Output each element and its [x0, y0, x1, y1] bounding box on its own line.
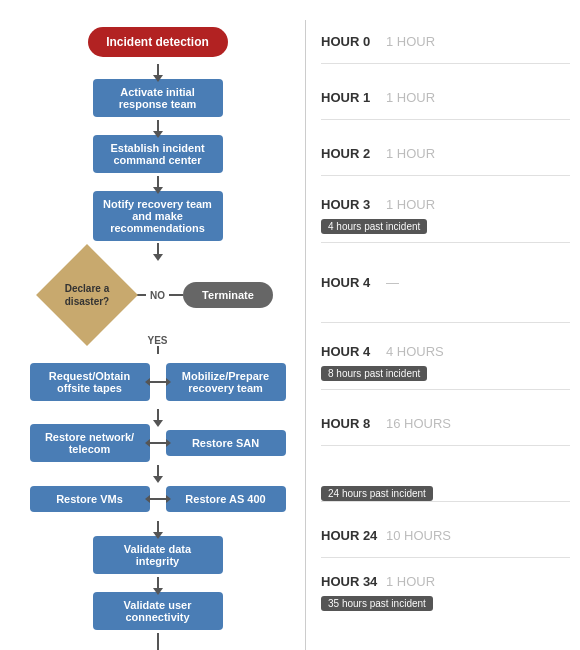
arrowhead-left-3 [145, 495, 150, 503]
step-parallel-2: Restore network/ telecom Restore SAN [10, 421, 305, 465]
tl-dur-6: 16 HOURS [386, 416, 451, 431]
arrowhead-right-3 [166, 495, 171, 503]
arrow-down-7 [157, 465, 159, 477]
tl-dur-2: 1 HOUR [386, 146, 435, 161]
badge-9-text: 35 hours past incident [321, 596, 433, 611]
step-declare-disaster: Declare a disaster? NO Terminate [10, 255, 305, 335]
arrow-down-2 [157, 120, 159, 132]
tl-badge-3: 4 hours past incident [321, 216, 570, 234]
tl-space-yes [321, 323, 570, 335]
badge-5-text: 8 hours past incident [321, 366, 427, 381]
arrow-down-3 [157, 176, 159, 188]
notify-recovery-node: Notify recovery team and make recommenda… [93, 191, 223, 241]
arrow-down-9 [157, 577, 159, 589]
connector-arrows-3 [150, 498, 166, 500]
tl-space-6 [321, 390, 570, 402]
arrow-8 [10, 521, 305, 533]
tl-main-5: HOUR 4 4 HOURS [321, 344, 570, 359]
badge-7-text: 24 hours past incident [321, 486, 433, 501]
tl-hour-0: HOUR 0 [321, 34, 386, 49]
tl-badge-9: 35 hours past incident [321, 593, 570, 611]
arrow-down-1 [157, 64, 159, 76]
tl-main-0: HOUR 0 1 HOUR [321, 34, 570, 49]
no-label: NO [150, 290, 165, 301]
tl-main-8: HOUR 24 10 HOURS [321, 528, 570, 543]
tl-row-1: HOUR 1 1 HOUR [321, 76, 570, 120]
diamond-container: Declare a disaster? [42, 258, 132, 333]
arrow-3 [10, 176, 305, 188]
arrow-4 [10, 243, 305, 255]
parallel-row-1: Request/Obtain offsite tapes Mobilize/Pr… [30, 363, 286, 401]
tl-dur-3: 1 HOUR [386, 197, 435, 212]
connector-arrows-2 [150, 442, 166, 444]
tl-hour-9: HOUR 34 [321, 574, 386, 589]
right-arrow-2 [159, 442, 166, 444]
arrow-down-6 [157, 409, 159, 421]
arrowhead-left-1 [145, 378, 150, 386]
tl-hour-6: HOUR 8 [321, 416, 386, 431]
arrow-down-10 [157, 633, 159, 650]
arrow-6 [10, 409, 305, 421]
tl-space-8 [321, 502, 570, 514]
arrow-9 [10, 577, 305, 589]
tl-row-0: HOUR 0 1 HOUR [321, 20, 570, 64]
arrowhead-right-1 [166, 378, 171, 386]
tl-row-2: HOUR 2 1 HOUR [321, 132, 570, 176]
restore-as400-node: Restore AS 400 [166, 486, 286, 512]
arrow-down-8 [157, 521, 159, 533]
step-validate-data: Validate data integrity [10, 533, 305, 577]
tl-dur-0: 1 HOUR [386, 34, 435, 49]
parallel-row-2: Restore network/ telecom Restore SAN [30, 424, 286, 462]
mobilize-team-node: Mobilize/Prepare recovery team [166, 363, 286, 401]
tl-row-5: HOUR 4 4 HOURS 8 hours past incident [321, 335, 570, 390]
tl-dur-1: 1 HOUR [386, 90, 435, 105]
arrow-1 [10, 64, 305, 76]
step-establish-icc: Establish incident command center [10, 132, 305, 176]
tl-hour-5: HOUR 4 [321, 344, 386, 359]
tl-hour-4: HOUR 4 [321, 275, 386, 290]
validate-data-node: Validate data integrity [93, 536, 223, 574]
tl-row-8: HOUR 24 10 HOURS [321, 514, 570, 558]
page-container: Incident detection Activate initial resp… [0, 0, 580, 650]
validate-user-node: Validate user connectivity [93, 592, 223, 630]
full-layout: Incident detection Activate initial resp… [10, 20, 570, 650]
step-parallel-3: Restore VMs Restore AS 400 [10, 477, 305, 521]
terminate-node: Terminate [183, 282, 273, 308]
tl-main-3: HOUR 3 1 HOUR [321, 197, 570, 212]
tl-row-6: HOUR 8 16 HOURS [321, 402, 570, 446]
restore-san-node: Restore SAN [166, 430, 286, 456]
connector-arrows-1 [150, 381, 166, 383]
badge-3-text: 4 hours past incident [321, 219, 427, 234]
diamond-label: Declare a disaster? [42, 282, 132, 308]
arrowhead-left-2 [145, 439, 150, 447]
arrow-2 [10, 120, 305, 132]
tl-dur-9: 1 HOUR [386, 574, 435, 589]
restore-vms-node: Restore VMs [30, 486, 150, 512]
arrowhead-right-2 [166, 439, 171, 447]
right-arrow-3 [159, 498, 166, 500]
tl-space-1 [321, 64, 570, 76]
tl-badge-5: 8 hours past incident [321, 363, 570, 381]
left-arrow-1 [150, 381, 157, 383]
step-parallel-1: Request/Obtain offsite tapes Mobilize/Pr… [10, 354, 305, 409]
tl-hour-3: HOUR 3 [321, 197, 386, 212]
tl-row-4: HOUR 4 — [321, 243, 570, 323]
request-tapes-node: Request/Obtain offsite tapes [30, 363, 150, 401]
step-activate-team: Activate initial response team [10, 76, 305, 120]
arrow-7 [10, 465, 305, 477]
step-notify-recovery: Notify recovery team and make recommenda… [10, 188, 305, 243]
tl-row-7: 24 hours past incident [321, 458, 570, 502]
parallel-row-3: Restore VMs Restore AS 400 [30, 486, 286, 512]
step-incident-detection: Incident detection [10, 20, 305, 64]
tl-main-1: HOUR 1 1 HOUR [321, 90, 570, 105]
yes-label: YES [147, 335, 167, 346]
incident-detection-node: Incident detection [88, 27, 228, 57]
tl-hour-2: HOUR 2 [321, 146, 386, 161]
arrow-down-4 [157, 243, 159, 255]
tl-hour-1: HOUR 1 [321, 90, 386, 105]
tl-main-6: HOUR 8 16 HOURS [321, 416, 570, 431]
tl-row-3: HOUR 3 1 HOUR 4 hours past incident [321, 188, 570, 243]
no-line-2 [169, 294, 183, 296]
tl-row-9: HOUR 34 1 HOUR 35 hours past incident [321, 570, 570, 614]
tl-main-9: HOUR 34 1 HOUR [321, 574, 570, 589]
